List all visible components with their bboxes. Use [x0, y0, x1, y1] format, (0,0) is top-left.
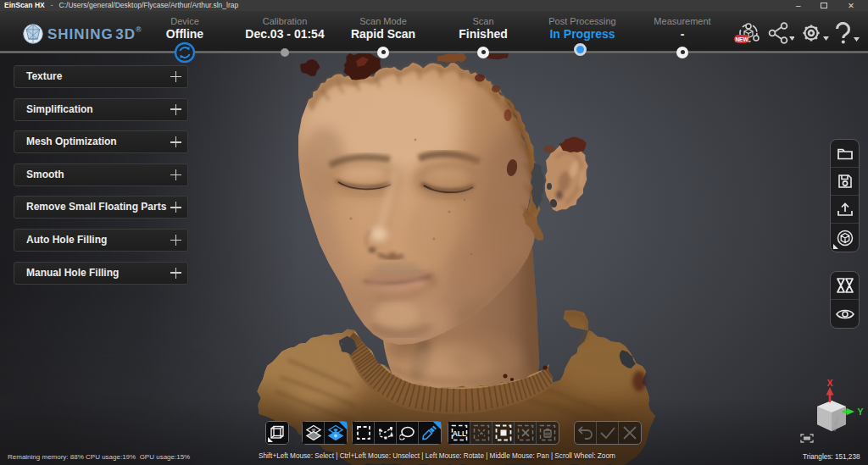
svg-text:NEW: NEW [735, 36, 748, 42]
svg-text:Y: Y [857, 407, 863, 417]
svg-text:X: X [826, 378, 832, 388]
svg-text:ALL: ALL [452, 429, 466, 438]
